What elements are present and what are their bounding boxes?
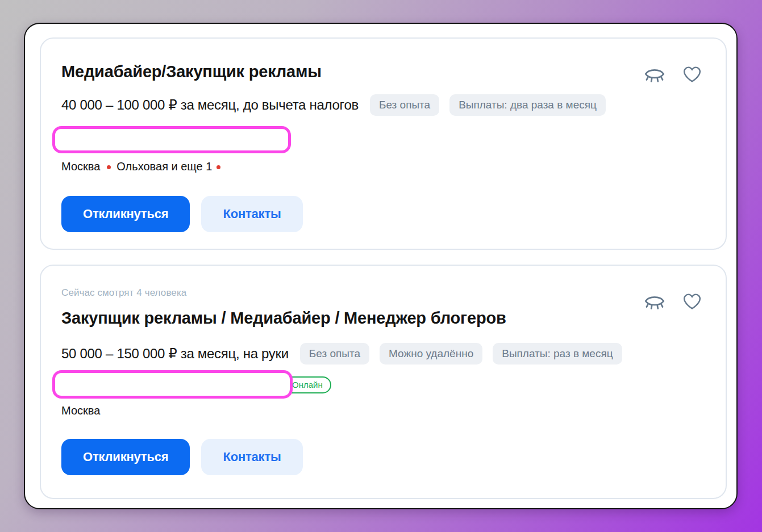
vacancy-title[interactable]: Медиабайер/Закупщик рекламы [61, 61, 705, 82]
contacts-button[interactable]: Контакты [201, 196, 302, 232]
hide-vacancy-icon[interactable] [644, 292, 665, 311]
salary-text: 50 000 – 150 000 ₽ за месяц, на руки [61, 346, 289, 362]
contacts-button[interactable]: Контакты [201, 439, 302, 475]
badge-payout-frequency: Выплаты: два раза в месяц [449, 94, 606, 116]
card-actions [644, 292, 703, 311]
location-row: Москва Ольховая и еще 1 [61, 160, 705, 173]
redaction-highlight-box [52, 126, 291, 153]
vacancy-card-1: Медиабайер/Закупщик рекламы 40 000 – 100… [40, 37, 727, 250]
badge-payout-frequency: Выплаты: раз в месяц [493, 343, 622, 365]
apply-button[interactable]: Откликнуться [61, 196, 190, 232]
badge-no-experience: Без опыта [300, 343, 369, 365]
salary-row: 50 000 – 150 000 ₽ за месяц, на руки Без… [61, 343, 705, 365]
badge-remote: Можно удалённо [380, 343, 482, 365]
action-buttons: Откликнуться Контакты [61, 439, 705, 475]
metro-label: Ольховая и еще 1 [116, 160, 212, 173]
viewers-note: Сейчас смотрят 4 человека [61, 287, 705, 299]
city-label: Москва [61, 404, 100, 417]
redaction-highlight-box [52, 370, 293, 399]
badge-list: Без опыта Выплаты: два раза в месяц [370, 94, 606, 116]
browser-window: Медиабайер/Закупщик рекламы 40 000 – 100… [24, 23, 738, 509]
company-row [61, 126, 705, 153]
company-row: Онлайн [61, 370, 705, 399]
favorite-heart-icon[interactable] [681, 65, 703, 84]
metro-dot-icon [216, 165, 220, 169]
hide-vacancy-icon[interactable] [644, 65, 665, 84]
salary-row: 40 000 – 100 000 ₽ за месяц, до вычета н… [61, 94, 705, 116]
card-actions [644, 65, 703, 84]
badge-list: Без опыта Можно удалённо Выплаты: раз в … [300, 343, 622, 365]
apply-button[interactable]: Откликнуться [61, 439, 190, 475]
vacancy-card-2: Сейчас смотрят 4 человека Закупщик рекла… [40, 265, 727, 499]
vacancy-title[interactable]: Закупщик рекламы / Медиабайер / Менеджер… [61, 308, 705, 328]
metro-dot-icon [107, 165, 111, 169]
location-row: Москва [61, 404, 705, 417]
salary-text: 40 000 – 100 000 ₽ за месяц, до вычета н… [61, 97, 359, 113]
favorite-heart-icon[interactable] [681, 292, 703, 311]
badge-no-experience: Без опыта [370, 94, 439, 116]
city-label: Москва [61, 160, 100, 173]
action-buttons: Откликнуться Контакты [61, 196, 705, 232]
